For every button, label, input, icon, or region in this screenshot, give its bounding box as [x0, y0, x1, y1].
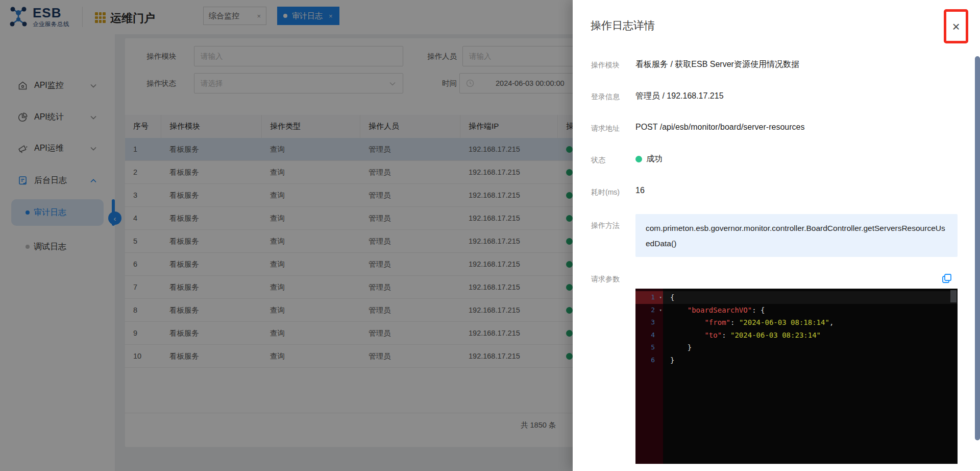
- editor-scrollbar-thumb[interactable]: [950, 290, 957, 302]
- line-number: 2▾: [635, 304, 663, 317]
- field-login-label: 登录信息: [591, 92, 620, 102]
- log-detail-drawer: 操作日志详情 操作模块 看板服务 / 获取ESB Server资源使用情况数据 …: [573, 0, 980, 471]
- drawer-mask[interactable]: [0, 0, 573, 471]
- line-number: 4: [635, 329, 663, 342]
- drawer-close-button[interactable]: ×: [944, 9, 968, 43]
- line-number: 3: [635, 316, 663, 329]
- field-login-value: 管理员 / 192.168.17.215: [635, 91, 724, 102]
- line-number: 5: [635, 341, 663, 354]
- code-line: 4 "to": "2024-06-03 08:23:14": [635, 329, 958, 342]
- field-elapsed-value: 16: [635, 186, 645, 195]
- code-text: "boardSearchVO": {: [663, 304, 958, 317]
- code-text: "from": "2024-06-03 08:18:14",: [663, 316, 958, 329]
- code-text: }: [663, 341, 958, 354]
- code-line: 6}: [635, 354, 958, 367]
- field-url-label: 请求地址: [591, 124, 620, 133]
- drawer-title: 操作日志详情: [591, 18, 655, 33]
- code-text: {: [663, 291, 958, 304]
- page-scrollbar-thumb[interactable]: [975, 56, 980, 440]
- code-line: 1▾{: [635, 291, 958, 304]
- code-text: }: [663, 354, 958, 367]
- status-text: 成功: [646, 154, 663, 164]
- code-text: "to": "2024-06-03 08:23:14": [663, 329, 958, 342]
- code-editor-lines: 1▾{2▾ "boardSearchVO": {3 "from": "2024-…: [635, 291, 958, 366]
- field-params-label: 请求参数: [591, 275, 620, 284]
- field-module-value: 看板服务 / 获取ESB Server资源使用情况数据: [635, 59, 799, 70]
- line-number: 1▾: [635, 291, 663, 304]
- field-url-value: POST /api/esb/monitor/board/server-resou…: [635, 123, 804, 132]
- field-status-label: 状态: [591, 156, 605, 165]
- code-line: 5 }: [635, 341, 958, 354]
- fold-caret-icon[interactable]: ▾: [659, 304, 662, 317]
- close-icon: ×: [952, 20, 960, 33]
- success-dot-icon: [635, 156, 642, 162]
- code-line: 2▾ "boardSearchVO": {: [635, 304, 958, 317]
- field-method-label: 操作方法: [591, 221, 620, 230]
- field-method-value: com.primeton.esb.governor.monitor.contro…: [635, 214, 958, 257]
- field-elapsed-label: 耗时(ms): [591, 188, 620, 197]
- json-code-editor[interactable]: 1▾{2▾ "boardSearchVO": {3 "from": "2024-…: [635, 289, 958, 464]
- line-number: 6: [635, 354, 663, 367]
- field-status-value: 成功: [635, 154, 663, 164]
- field-module-label: 操作模块: [591, 61, 620, 70]
- fold-caret-icon[interactable]: ▾: [659, 291, 662, 304]
- code-line: 3 "from": "2024-06-03 08:18:14",: [635, 316, 958, 329]
- copy-icon[interactable]: [941, 273, 953, 285]
